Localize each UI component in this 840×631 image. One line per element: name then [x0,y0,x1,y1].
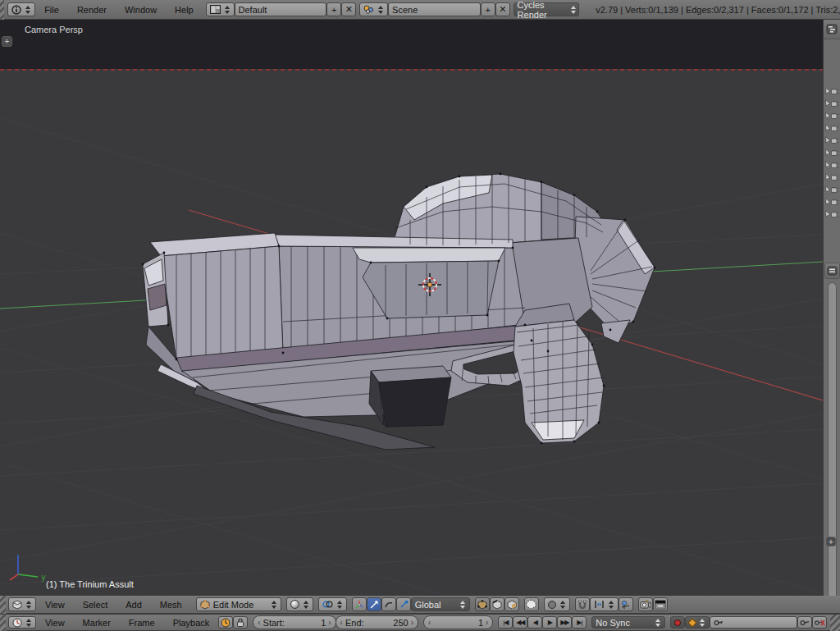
play-button[interactable]: ▶ [542,616,557,629]
vertex-select-mode-button[interactable] [475,597,490,611]
corner-grip[interactable] [0,615,6,631]
auto-keyframe-button[interactable] [670,616,685,629]
outliner-row[interactable] [824,110,840,122]
add-scene-button[interactable]: + [481,2,495,16]
close-screen-layout-button[interactable]: ✕ [341,2,356,16]
outliner-row[interactable] [824,98,840,110]
properties-scrollbar[interactable] [828,282,837,602]
editor-type-button-3dview[interactable] [8,597,36,611]
mode-select[interactable]: Edit Mode [196,597,281,611]
menu-mesh[interactable]: Mesh [151,600,191,610]
menu-file[interactable]: File [35,5,68,15]
next-keyframe-icon: ▶▶ [560,619,568,626]
snap-target-button[interactable] [619,597,633,611]
current-frame-field[interactable]: ‹ 1 › [423,615,493,629]
key-icon [800,619,810,627]
editor-type-button-info[interactable] [7,2,35,16]
lock-time-cursor-button[interactable] [233,616,248,629]
sync-mode-select[interactable]: No Sync [591,616,664,629]
menu-playback[interactable]: Playback [164,618,219,628]
plus-icon: + [5,37,10,46]
editor-type-button-timeline[interactable] [8,616,36,629]
area-resize-grip[interactable] [830,615,840,631]
limit-selection-visible-button[interactable] [524,597,539,611]
scene-icon-button[interactable] [359,2,388,16]
decrement-icon: ‹ [258,618,260,627]
jump-to-start-button[interactable]: |◀ [498,616,513,629]
insert-keyframe-button[interactable] [797,616,812,629]
viewport-3d[interactable]: y Camera Persp (1) The Trinium Assult + [0,20,823,596]
outliner-row[interactable] [824,196,840,208]
rotate-manipulator-button[interactable] [381,597,396,611]
menu-view[interactable]: View [36,600,74,610]
properties-expand-button[interactable]: + [826,537,836,546]
outliner-row[interactable] [824,184,840,196]
scale-manipulator-button[interactable] [396,597,411,611]
lock-icon [236,618,244,628]
plus-icon: + [829,537,833,546]
menu-frame[interactable]: Frame [120,618,164,628]
translate-manipulator-button[interactable] [367,597,381,611]
corner-grip[interactable] [0,0,4,20]
play-reverse-button[interactable]: ◀ [527,616,542,629]
info-header: File Render Window Help Default + ✕ Scen… [0,0,840,20]
outliner-row[interactable] [824,171,840,184]
clock-icon [12,618,22,628]
opengl-render-image-button[interactable] [638,597,653,611]
menu-render[interactable]: Render [68,5,116,15]
outliner-row[interactable] [824,122,840,135]
toolshelf-expand-button[interactable]: + [2,36,12,47]
active-keying-set-field[interactable] [710,616,797,629]
snap-toggle-button[interactable] [575,597,590,611]
outliner-row[interactable] [824,85,840,98]
record-icon [674,620,681,626]
render-engine-select[interactable]: Cycles Render [514,2,580,16]
opengl-render-animation-button[interactable] [653,597,668,611]
frame-end-field[interactable]: ‹ End: 250 › [336,615,418,629]
previous-keyframe-button[interactable]: ◀◀ [513,616,527,629]
outliner-row[interactable] [824,147,840,159]
scene-name-field[interactable]: Scene [388,2,481,16]
viewport-shading-select[interactable] [286,597,313,611]
menu-add[interactable]: Add [116,600,151,610]
mesh-model[interactable] [142,173,656,450]
next-keyframe-button[interactable]: ▶▶ [557,616,572,629]
magnet-icon [578,600,587,610]
menu-window[interactable]: Window [116,5,166,15]
pivot-icon [322,600,333,609]
end-value: 250 [393,618,408,628]
outliner-editor-button[interactable] [824,20,840,39]
outliner-row[interactable] [824,135,840,147]
preview-range-button[interactable] [218,616,233,629]
stepper-icon [25,619,32,627]
add-screen-layout-button[interactable]: + [326,2,341,16]
close-scene-button[interactable]: ✕ [495,2,510,16]
frame-start-field[interactable]: ‹ Start: 1 › [253,615,336,629]
outliner-row[interactable] [824,159,840,171]
pivot-point-select[interactable] [318,597,347,611]
delete-keyframe-button[interactable] [812,616,827,629]
edge-select-mode-button[interactable] [490,597,504,611]
properties-editor-button[interactable] [824,263,840,279]
screen-layout-icon-button[interactable] [206,2,235,16]
proportional-editing-select[interactable] [544,597,570,611]
increment-icon: › [486,618,488,627]
corner-grip[interactable] [0,596,6,614]
menu-help[interactable]: Help [166,5,203,15]
outliner-row[interactable] [824,208,840,221]
keying-flags-select[interactable] [685,616,710,629]
menu-select[interactable]: Select [74,600,117,610]
jump-to-end-button[interactable]: ▶| [572,616,587,629]
menu-marker[interactable]: Marker [74,618,120,628]
cursor-icon [825,99,831,108]
transform-orientation-select[interactable]: Global [411,597,470,611]
menu-view[interactable]: View [36,618,74,628]
rotate-arc-icon [384,600,394,610]
viewport-canvas[interactable]: y [0,20,823,596]
camera-restrict-icon [831,162,838,169]
screen-layout-name-field[interactable]: Default [235,2,327,16]
snap-element-select[interactable] [590,597,619,611]
cursor-icon [825,210,831,219]
face-select-mode-button[interactable] [504,597,519,611]
manipulator-toggle-button[interactable] [352,597,367,611]
